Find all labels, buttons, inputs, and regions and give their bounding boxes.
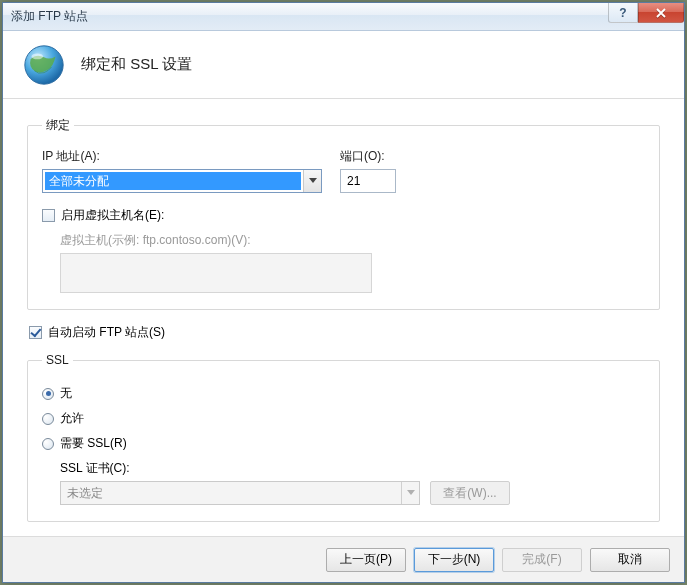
enable-vhost-checkbox[interactable]: [42, 209, 55, 222]
view-cert-button: 查看(W)...: [430, 481, 510, 505]
enable-vhost-label: 启用虚拟主机名(E):: [61, 207, 164, 224]
titlebar: 添加 FTP 站点 ?: [3, 3, 684, 31]
close-icon: [655, 8, 667, 18]
vhost-input: [60, 253, 372, 293]
port-label: 端口(O):: [340, 148, 396, 165]
ip-address-value: 全部未分配: [45, 172, 301, 190]
ssl-allow-radio[interactable]: [42, 413, 54, 425]
ip-address-combo[interactable]: 全部未分配: [42, 169, 322, 193]
ssl-cert-value: 未选定: [61, 485, 401, 502]
dialog-footer: 上一页(P) 下一步(N) 完成(F) 取消: [3, 536, 684, 582]
window-title: 添加 FTP 站点: [11, 8, 88, 25]
ssl-cert-combo: 未选定: [60, 481, 420, 505]
ssl-group: SSL 无 允许 需要 SSL(R) SSL 证书(C): 未选定: [27, 353, 660, 522]
auto-start-label: 自动启动 FTP 站点(S): [48, 324, 165, 341]
auto-start-checkbox[interactable]: [29, 326, 42, 339]
ssl-none-radio[interactable]: [42, 388, 54, 400]
vhost-label: 虚拟主机(示例: ftp.contoso.com)(V):: [60, 232, 645, 249]
ssl-none-label: 无: [60, 385, 72, 402]
dialog-window: 添加 FTP 站点 ? 绑定和 SSL 设置 绑定: [2, 2, 685, 583]
content-area: 绑定 IP 地址(A): 全部未分配 端口(O):: [3, 99, 684, 536]
binding-group: 绑定 IP 地址(A): 全部未分配 端口(O):: [27, 117, 660, 310]
svg-point-1: [32, 53, 43, 59]
ssl-require-label: 需要 SSL(R): [60, 435, 127, 452]
ssl-cert-label: SSL 证书(C):: [60, 460, 645, 477]
ip-address-label: IP 地址(A):: [42, 148, 322, 165]
next-button[interactable]: 下一步(N): [414, 548, 494, 572]
ssl-legend: SSL: [42, 353, 73, 367]
close-button[interactable]: [638, 3, 684, 23]
globe-icon: [21, 42, 67, 88]
ssl-allow-label: 允许: [60, 410, 84, 427]
chevron-down-icon: [401, 482, 419, 504]
prev-button[interactable]: 上一页(P): [326, 548, 406, 572]
titlebar-buttons: ?: [608, 3, 684, 23]
ssl-require-radio[interactable]: [42, 438, 54, 450]
finish-button: 完成(F): [502, 548, 582, 572]
dialog-header: 绑定和 SSL 设置: [3, 31, 684, 99]
binding-legend: 绑定: [42, 117, 74, 134]
cancel-button[interactable]: 取消: [590, 548, 670, 572]
help-button[interactable]: ?: [608, 3, 638, 23]
port-input[interactable]: [340, 169, 396, 193]
chevron-down-icon: [303, 170, 321, 192]
page-title: 绑定和 SSL 设置: [81, 55, 192, 74]
